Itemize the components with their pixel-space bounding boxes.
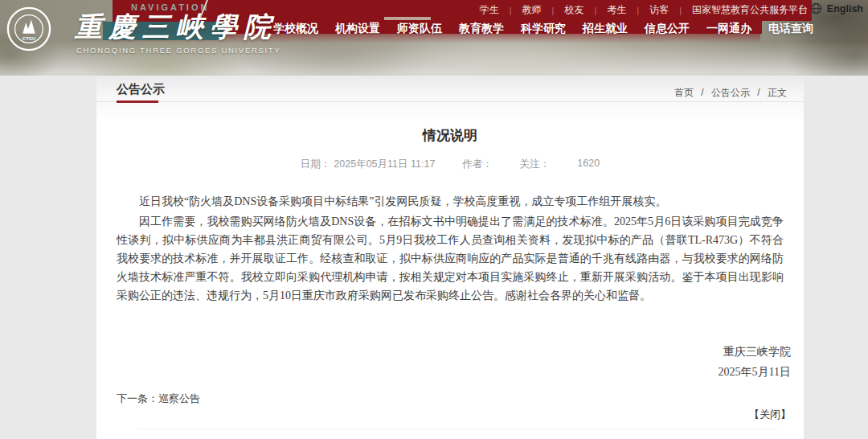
- article-paragraph: 近日我校“防火墙及DNS设备采购项目中标结果”引发网民质疑，学校高度重视，成立专…: [117, 192, 784, 211]
- meta-date-value: 2025年05月11日 11:17: [334, 158, 435, 171]
- meta-views-label: 关注：: [520, 158, 551, 171]
- globe-icon: [810, 2, 822, 14]
- seal-text: CTGU: [23, 36, 35, 41]
- top-link-smart-education-platform[interactable]: 国家智慧教育公共服务平台: [692, 3, 808, 17]
- article-footer: 下一条：巡察公告 【关闭】: [117, 392, 791, 429]
- breadcrumb-separator: /: [757, 87, 760, 98]
- section-header: 公告公示 首页 / 公告公示 / 正文: [96, 76, 804, 102]
- nav-item-faculty[interactable]: 师资队伍: [397, 22, 442, 36]
- top-utility-links: 学生 | 教师 | 校友 | 考生 | 访客 | 国家智慧教育公共服务平台: [480, 3, 808, 17]
- nav-item-online-services[interactable]: 一网通办: [706, 22, 751, 36]
- top-link-visitors[interactable]: 访客: [649, 3, 669, 17]
- article-paragraph: 因工作需要，我校需购买网络防火墙及DNS设备，在招标文书中明确提出了需满足的技术…: [117, 212, 784, 305]
- top-link-divider: |: [552, 6, 555, 15]
- article-meta: 日期： 2025年05月11日 11:17 作者： 关注： 1620: [96, 158, 804, 171]
- top-link-divider: |: [679, 6, 682, 15]
- nav-item-phone-directory[interactable]: 电话查询: [768, 22, 813, 36]
- meta-views-value: 1620: [577, 158, 600, 171]
- main-navigation: 学校概况 机构设置 师资队伍 教育教学 科学研究 招生就业 信息公开 一网通办 …: [273, 22, 868, 36]
- top-link-divider: |: [594, 6, 596, 15]
- meta-author-label: 作者：: [462, 158, 493, 171]
- top-link-divider: |: [637, 6, 639, 15]
- breadcrumb-separator: /: [701, 87, 703, 98]
- nav-item-scientific-research[interactable]: 科学研究: [521, 22, 566, 36]
- nav-item-organizations[interactable]: 机构设置: [335, 22, 380, 36]
- breadcrumb-home[interactable]: 首页: [674, 87, 694, 98]
- breadcrumb-current: 正文: [768, 87, 787, 98]
- section-title: 公告公示: [117, 82, 165, 97]
- prev-article-label: 下一条：: [117, 392, 158, 404]
- language-switch-english[interactable]: | English: [800, 2, 863, 14]
- article-body: 近日我校“防火墙及DNS设备采购项目中标结果”引发网民质疑，学校高度重视，成立专…: [117, 192, 784, 305]
- university-seal-icon: CTGU: [6, 6, 52, 52]
- breadcrumb-section[interactable]: 公告公示: [711, 87, 750, 98]
- section-title-underline: [117, 101, 158, 103]
- nav-indicator-dash: [384, 17, 431, 20]
- top-link-applicants[interactable]: 考生: [607, 3, 626, 17]
- nav-item-school-overview[interactable]: 学校概况: [273, 22, 318, 36]
- breadcrumb: 首页 / 公告公示 / 正文: [672, 86, 789, 100]
- article-title: 情况说明: [96, 126, 804, 145]
- signature-date: 2025年5月11日: [96, 362, 791, 382]
- university-name-en: CHONGQING THREE GORGES UNIVERSITY: [76, 46, 280, 55]
- nav-item-information-disclosure[interactable]: 信息公开: [645, 22, 690, 36]
- close-button[interactable]: 【关闭】: [749, 408, 791, 421]
- top-link-students[interactable]: 学生: [480, 3, 499, 17]
- university-name-zh: 重慶三峽學院: [75, 9, 300, 46]
- site-header: NAVIGATION CTGU 重慶三峽學院 CHONGQING THREE G…: [0, 0, 868, 76]
- nav-item-education-teaching[interactable]: 教育教学: [459, 22, 504, 36]
- top-link-divider: |: [800, 3, 802, 14]
- footer-divider: [137, 429, 778, 429]
- university-logo[interactable]: CTGU 重慶三峽學院 CHONGQING THREE GORGES UNIVE…: [6, 4, 295, 68]
- signature-name: 重庆三峡学院: [96, 342, 791, 362]
- top-link-alumni[interactable]: 校友: [564, 3, 583, 17]
- nav-item-admissions-employment[interactable]: 招生就业: [583, 22, 628, 36]
- top-link-faculty[interactable]: 教师: [522, 3, 542, 17]
- english-label: English: [827, 3, 863, 14]
- content-panel: 公告公示 首页 / 公告公示 / 正文 情况说明 日期： 2025年05月11日…: [96, 76, 804, 439]
- top-link-divider: |: [510, 6, 512, 15]
- meta-date-label: 日期：: [301, 158, 331, 171]
- prev-article-link[interactable]: 巡察公告: [158, 392, 200, 404]
- article-signature: 重庆三峡学院 2025年5月11日: [96, 342, 804, 382]
